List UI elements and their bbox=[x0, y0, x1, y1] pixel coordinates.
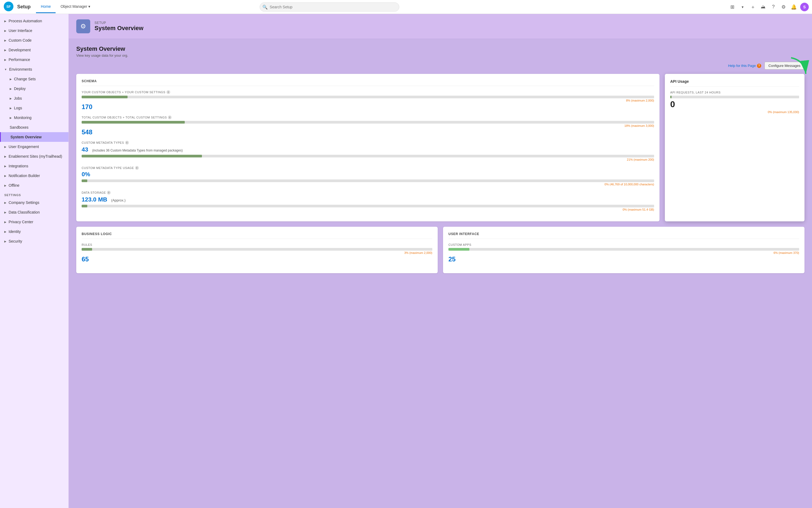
dropdown-icon[interactable]: ▾ bbox=[739, 3, 747, 11]
metric-label: YOUR CUSTOM OBJECTS + YOUR CUSTOM SETTIN… bbox=[82, 90, 654, 94]
progress-label: 0% (maximum 135,030) bbox=[670, 111, 799, 114]
sidebar-item-monitoring[interactable]: ▶ Monitoring bbox=[0, 113, 69, 123]
metric-value: 0% bbox=[82, 171, 654, 178]
sidebar-item-environments[interactable]: ▼ Environments bbox=[0, 65, 69, 74]
sidebar-item-integrations[interactable]: ▶ Integrations bbox=[0, 161, 69, 171]
chevron-right-icon: ▶ bbox=[4, 211, 6, 214]
sidebar-item-deploy[interactable]: ▶ Deploy bbox=[0, 84, 69, 93]
info-icon[interactable]: i bbox=[167, 90, 170, 94]
info-icon[interactable]: i bbox=[135, 166, 139, 170]
add-icon[interactable]: ＋ bbox=[749, 3, 757, 11]
chevron-right-icon: ▶ bbox=[10, 87, 12, 90]
avatar[interactable]: S bbox=[800, 3, 809, 11]
progress-label: 8% (maximum 2,000) bbox=[82, 99, 654, 102]
content-subtitle: View key usage data for your org. bbox=[76, 53, 805, 57]
metric-label: DATA STORAGE i bbox=[82, 191, 654, 195]
progress-bar bbox=[82, 96, 654, 98]
help-icon[interactable]: ? bbox=[770, 3, 777, 11]
sidebar-item-offline[interactable]: ▶ Offline bbox=[0, 180, 69, 190]
sidebar-item-enablement-sites[interactable]: ▶ Enablement Sites (myTrailhead) bbox=[0, 152, 69, 161]
main-content: ⚙ SETUP System Overview System Overview … bbox=[69, 14, 812, 508]
progress-bar bbox=[82, 205, 654, 207]
schema-card: Schema YOUR CUSTOM OBJECTS + YOUR CUSTOM… bbox=[76, 74, 660, 221]
info-icon[interactable]: i bbox=[168, 116, 172, 119]
chevron-down-icon: ▼ bbox=[4, 68, 7, 71]
sidebar-item-performance[interactable]: ▶ Performance bbox=[0, 55, 69, 65]
chevron-right-icon: ▶ bbox=[4, 58, 6, 61]
sidebar-item-user-interface[interactable]: ▶ User Interface bbox=[0, 26, 69, 36]
chevron-right-icon: ▶ bbox=[10, 97, 12, 100]
sidebar-item-logs[interactable]: ▶ Logs bbox=[0, 103, 69, 113]
content-area: System Overview View key usage data for … bbox=[69, 39, 812, 285]
sidebar-item-sandboxes[interactable]: Sandboxes bbox=[0, 123, 69, 132]
sidebar-item-user-engagement[interactable]: ▶ User Engagement bbox=[0, 142, 69, 152]
info-icon[interactable]: i bbox=[107, 191, 110, 195]
info-icon[interactable]: i bbox=[125, 141, 129, 144]
sidebar-item-company-settings[interactable]: ▶ Company Settings bbox=[0, 198, 69, 207]
progress-bar bbox=[448, 248, 799, 251]
chevron-right-icon: ▶ bbox=[4, 39, 6, 42]
page-header-text: SETUP System Overview bbox=[94, 21, 143, 32]
metric-label: CUSTOM METADATA TYPES i bbox=[82, 141, 654, 144]
chevron-right-icon: ▶ bbox=[4, 49, 6, 52]
chevron-right-icon: ▶ bbox=[4, 19, 6, 23]
search-icon: 🔍 bbox=[262, 4, 268, 9]
metric-custom-metadata-types: CUSTOM METADATA TYPES i 43 (includes 36 … bbox=[82, 141, 654, 161]
sidebar-item-data-classification[interactable]: ▶ Data Classification bbox=[0, 207, 69, 217]
salesforce-logo[interactable]: SF bbox=[3, 1, 14, 13]
progress-label: 0% (maximum 51.4 GB) bbox=[82, 208, 654, 211]
progress-fill bbox=[82, 121, 185, 124]
metric-label: CUSTOM APPS bbox=[448, 243, 799, 246]
sidebar-item-development[interactable]: ▶ Development bbox=[0, 45, 69, 55]
chevron-right-icon: ▶ bbox=[10, 78, 12, 81]
metric-value: 170 bbox=[82, 103, 654, 111]
tab-object-manager[interactable]: Object Manager ▾ bbox=[56, 1, 95, 13]
settings-section-label: SETTINGS bbox=[0, 190, 69, 198]
metric-api-requests: API REQUESTS, LAST 24 HOURS 0 0% (maximu… bbox=[670, 91, 799, 114]
tab-home[interactable]: Home bbox=[36, 1, 56, 13]
sidebar-item-change-sets[interactable]: ▶ Change Sets bbox=[0, 74, 69, 84]
sidebar-item-jobs[interactable]: ▶ Jobs bbox=[0, 93, 69, 103]
content-top-bar: Help for this Page ? Configure Messages bbox=[76, 62, 805, 70]
settings-icon[interactable]: ⚙ bbox=[780, 3, 787, 11]
card-title: User Interface bbox=[448, 232, 799, 239]
trail-icon[interactable]: ⛰ bbox=[759, 3, 767, 11]
configure-messages-button[interactable]: Configure Messages bbox=[764, 62, 805, 70]
metric-label: TOTAL CUSTOM OBJECTS + TOTAL CUSTOM SETT… bbox=[82, 116, 654, 119]
metric-custom-apps: CUSTOM APPS 6% (maximum 370) 25 bbox=[448, 243, 799, 263]
user-interface-card: User Interface CUSTOM APPS 6% (maximum 3… bbox=[443, 227, 805, 273]
metric-value: 123.0 MB (Approx.) bbox=[82, 196, 654, 203]
metric-label: API REQUESTS, LAST 24 HOURS bbox=[670, 91, 799, 94]
sidebar: ▶ Process Automation ▶ User Interface ▶ … bbox=[0, 14, 69, 508]
metric-custom-objects: YOUR CUSTOM OBJECTS + YOUR CUSTOM SETTIN… bbox=[82, 90, 654, 111]
progress-bar bbox=[82, 248, 432, 251]
search-input[interactable] bbox=[260, 2, 399, 11]
progress-fill bbox=[670, 96, 672, 98]
sidebar-item-process-automation[interactable]: ▶ Process Automation bbox=[0, 16, 69, 26]
chevron-right-icon: ▶ bbox=[4, 174, 6, 177]
sidebar-item-security[interactable]: ▶ Security bbox=[0, 237, 69, 246]
metric-custom-metadata-usage: CUSTOM METADATA TYPE USAGE i 0% 0% (46,7… bbox=[82, 166, 654, 186]
metric-total-custom-objects: TOTAL CUSTOM OBJECTS + TOTAL CUSTOM SETT… bbox=[82, 116, 654, 136]
progress-label: 21% (maximum 200) bbox=[82, 158, 654, 161]
sidebar-item-identity[interactable]: ▶ Identity bbox=[0, 227, 69, 237]
chevron-right-icon: ▶ bbox=[4, 145, 6, 148]
progress-label: 3% (maximum 2,000) bbox=[82, 251, 432, 254]
help-link[interactable]: Help for this Page ? bbox=[728, 64, 761, 68]
page-header-icon: ⚙ bbox=[76, 19, 90, 33]
metric-label: RULES bbox=[82, 243, 432, 246]
chevron-right-icon: ▶ bbox=[4, 184, 6, 187]
sidebar-item-privacy-center[interactable]: ▶ Privacy Center bbox=[0, 217, 69, 227]
sidebar-item-custom-code[interactable]: ▶ Custom Code bbox=[0, 36, 69, 45]
cards-main-row: Schema YOUR CUSTOM OBJECTS + YOUR CUSTOM… bbox=[76, 74, 805, 221]
progress-bar bbox=[82, 121, 654, 124]
sidebar-item-notification-builder[interactable]: ▶ Notification Builder bbox=[0, 171, 69, 180]
metric-value: 548 bbox=[82, 128, 654, 136]
grid-icon[interactable]: ⊞ bbox=[729, 3, 736, 11]
chevron-right-icon: ▶ bbox=[4, 220, 6, 223]
setup-sub-label: SETUP bbox=[94, 21, 143, 25]
bell-icon[interactable]: 🔔 bbox=[790, 3, 798, 11]
progress-fill bbox=[448, 248, 469, 251]
sidebar-item-system-overview[interactable]: System Overview bbox=[0, 132, 69, 142]
app-body: ▶ Process Automation ▶ User Interface ▶ … bbox=[0, 14, 812, 508]
